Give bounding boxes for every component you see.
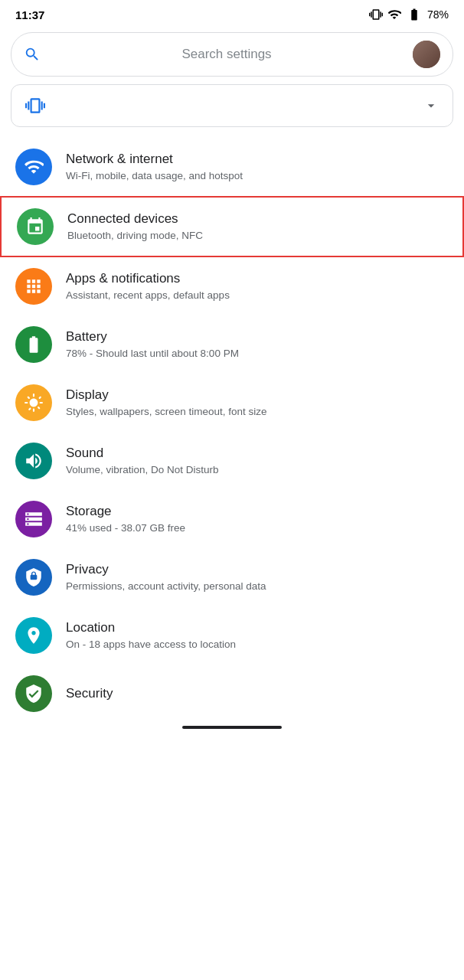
location-icon-circle [15,617,52,654]
display-icon-circle [15,384,52,421]
search-bar[interactable]: Search settings [11,32,453,77]
connected-text: Connected devices Bluetooth, driving mod… [67,211,203,243]
battery-text: Battery 78% - Should last until about 8:… [66,328,239,361]
apps-icon-circle [15,268,52,305]
battery-status-icon [406,8,423,21]
settings-item-location[interactable]: Location On - 18 apps have access to loc… [0,606,464,665]
storage-title: Storage [66,503,185,520]
vibrate-bar[interactable] [11,84,453,127]
storage-subtitle: 41% used - 38.07 GB free [66,521,185,535]
search-icon [24,46,41,63]
storage-icon-circle [15,501,52,537]
connected-subtitle: Bluetooth, driving mode, NFC [67,229,203,243]
bottom-nav-line [182,726,282,729]
apps-subtitle: Assistant, recent apps, default apps [66,289,230,302]
bottom-indicator [0,718,464,733]
privacy-icon-circle [15,559,52,596]
settings-item-apps[interactable]: Apps & notifications Assistant, recent a… [0,257,464,315]
status-bar: 11:37 78% [0,0,464,26]
apps-text: Apps & notifications Assistant, recent a… [66,270,230,302]
sound-subtitle: Volume, vibration, Do Not Disturb [66,463,219,477]
connected-title: Connected devices [67,211,203,227]
privacy-text: Privacy Permissions, account activity, p… [66,561,266,593]
apps-title: Apps & notifications [66,270,230,287]
settings-item-privacy[interactable]: Privacy Permissions, account activity, p… [0,548,464,606]
chevron-down-icon [423,98,439,113]
sound-title: Sound [66,445,219,462]
display-text: Display Styles, wallpapers, screen timeo… [66,387,267,419]
settings-item-network[interactable]: Network & internet Wi-Fi, mobile, data u… [0,138,464,196]
status-time: 11:37 [15,8,44,21]
wifi-status-icon [387,8,401,21]
network-text: Network & internet Wi-Fi, mobile, data u… [66,151,243,183]
battery-title: Battery [66,328,239,345]
display-subtitle: Styles, wallpapers, screen timeout, font… [66,405,267,419]
status-icons: 78% [369,8,449,21]
settings-list: Network & internet Wi-Fi, mobile, data u… [0,138,464,718]
settings-item-storage[interactable]: Storage 41% used - 38.07 GB free [0,490,464,548]
network-title: Network & internet [66,151,243,168]
battery-subtitle: 78% - Should last until about 8:00 PM [66,347,239,361]
storage-text: Storage 41% used - 38.07 GB free [66,503,185,535]
vibrate-status-icon [369,8,383,21]
battery-percent: 78% [427,8,449,21]
settings-item-display[interactable]: Display Styles, wallpapers, screen timeo… [0,374,464,432]
vibrate-icon [25,96,45,116]
settings-item-battery[interactable]: Battery 78% - Should last until about 8:… [0,315,464,374]
display-title: Display [66,387,267,403]
location-title: Location [66,619,236,636]
network-subtitle: Wi-Fi, mobile, data usage, and hotspot [66,169,243,183]
avatar-image [413,41,440,68]
location-text: Location On - 18 apps have access to loc… [66,619,236,652]
location-subtitle: On - 18 apps have access to location [66,638,236,652]
network-icon-circle [15,149,52,185]
sound-text: Sound Volume, vibration, Do Not Disturb [66,445,219,477]
security-icon-circle [15,675,52,712]
sound-icon-circle [15,443,52,479]
settings-item-connected-devices[interactable]: Connected devices Bluetooth, driving mod… [0,196,464,257]
security-text: Security [66,685,113,702]
security-title: Security [66,685,113,702]
settings-item-security[interactable]: Security [0,665,464,718]
connected-icon-circle [17,208,54,245]
privacy-subtitle: Permissions, account activity, personal … [66,580,266,593]
avatar[interactable] [413,41,440,68]
search-placeholder: Search settings [50,47,404,62]
settings-item-sound[interactable]: Sound Volume, vibration, Do Not Disturb [0,432,464,490]
battery-icon-circle [15,326,52,363]
privacy-title: Privacy [66,561,266,578]
